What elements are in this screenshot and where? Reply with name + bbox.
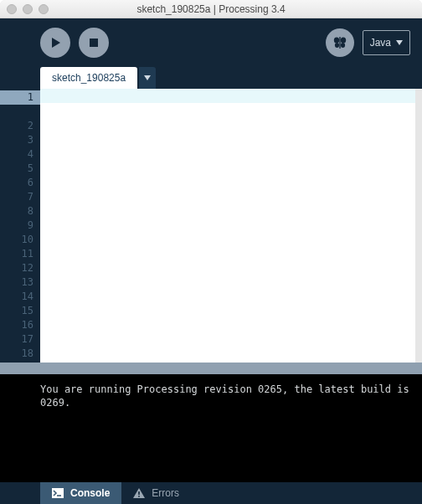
window-title: sketch_190825a | Processing 3.4	[0, 3, 422, 15]
active-line-highlight	[40, 89, 415, 103]
mode-label: Java	[370, 37, 391, 49]
console-output: You are running Processing revision 0265…	[0, 374, 422, 482]
chevron-down-icon	[144, 75, 151, 80]
svg-point-4	[335, 43, 339, 48]
stop-icon	[89, 38, 99, 48]
line-gutter: 123456789101112131415161718	[0, 89, 40, 363]
svg-point-5	[341, 43, 345, 48]
svg-marker-6	[396, 40, 403, 45]
console-tab-label: Console	[70, 487, 110, 499]
warning-icon	[133, 488, 145, 498]
errors-tab-label: Errors	[152, 487, 179, 499]
run-button[interactable]	[40, 28, 70, 58]
toolbar: Java	[0, 18, 422, 67]
console-text: You are running Processing revision 0265…	[40, 383, 415, 409]
svg-rect-12	[139, 496, 141, 497]
svg-marker-0	[52, 38, 60, 48]
code-editor[interactable]	[40, 89, 422, 363]
debug-button[interactable]	[326, 28, 354, 57]
titlebar: sketch_190825a | Processing 3.4	[0, 0, 422, 18]
stop-button[interactable]	[79, 28, 109, 58]
split-divider[interactable]	[0, 363, 422, 374]
tab-label: sketch_190825a	[52, 72, 126, 84]
svg-point-3	[340, 37, 345, 43]
svg-marker-7	[144, 75, 151, 80]
svg-rect-1	[90, 39, 98, 47]
svg-point-2	[333, 37, 338, 43]
svg-rect-8	[52, 488, 64, 498]
console-icon	[52, 488, 64, 498]
editor-area: 123456789101112131415161718	[0, 89, 422, 363]
errors-tab[interactable]: Errors	[121, 482, 191, 504]
play-icon	[49, 37, 61, 49]
svg-rect-11	[139, 491, 141, 495]
chevron-down-icon	[396, 40, 403, 45]
console-tab[interactable]: Console	[40, 482, 121, 504]
tab-menu-button[interactable]	[139, 67, 156, 89]
mode-selector[interactable]: Java	[363, 30, 410, 55]
butterfly-icon	[332, 34, 348, 51]
bottom-tab-bar: Console Errors	[0, 482, 422, 504]
sketch-tab[interactable]: sketch_190825a	[40, 67, 137, 89]
tab-bar: sketch_190825a	[0, 67, 422, 89]
processing-window: sketch_190825a | Processing 3.4 Java ske…	[0, 0, 422, 504]
